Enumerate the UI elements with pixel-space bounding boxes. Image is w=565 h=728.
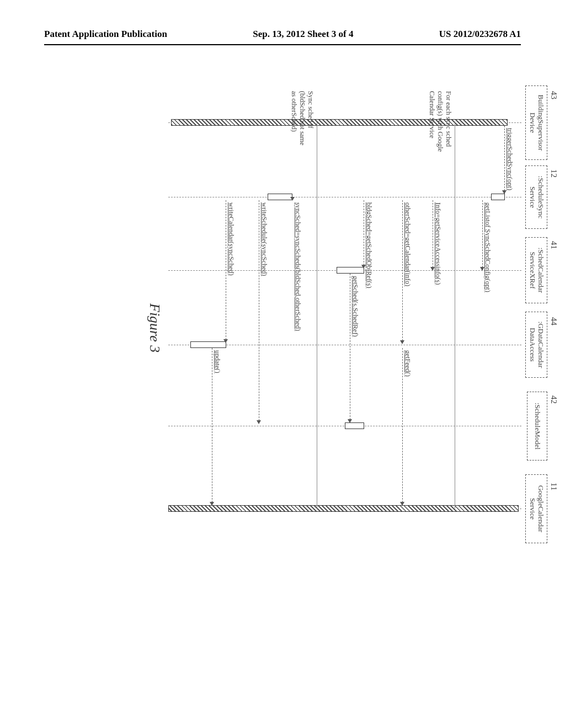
note-loop-1: For each sync sched config(s) with Googl… [428,91,452,152]
msg-label: getSched(s.SchedRef) [351,276,359,337]
activation-box [345,422,364,429]
msg-get-service-access: Info=getServiceAccessinfo(s) [433,200,433,270]
msg-get-feed: getFeed() [402,348,403,505]
lifeline-label: :GDataCalendar [537,322,545,368]
lifeline-label: Service [529,498,537,520]
msg-label: otherSched=getCalendar(info) [403,202,412,286]
lifeline-label: Service [529,186,537,208]
header-left: Patent Application Publication [44,29,167,40]
note-line: config(s) with Google [436,91,444,152]
msg-label: triggerSchedSync(opt) [505,128,514,190]
note-sync-cond: Sync sched if (bldSched not same as othe… [290,91,315,146]
msg-label: getListof SyncSchedConfig(opt) [483,202,492,292]
note-line: (bldSched not same [299,91,306,146]
msg-write-calendar: writeCalendar(syncSched) [226,200,226,342]
frame-divider [317,122,317,508]
ref-11: 11 [549,483,558,490]
msg-write-schedule: writeSchedule(syncSched) [259,200,259,424]
note-line: as otherSched) [290,91,298,132]
msg-label: writeSchedule(syncSched) [260,202,268,276]
lifeline-building-supervisor: BuildingSupervisor Device [525,85,547,160]
header-right: US 2012/0232678 A1 [439,29,521,40]
msg-label: syncSched=syncScheds(bldSched,otherSched… [294,202,302,331]
activation-building-supervisor [171,119,508,126]
msg-label: update() [213,350,221,373]
frame-divider [455,122,455,508]
figure-caption: Figure 3 [146,303,163,352]
lifeline-label: GoogleCalendar [537,485,545,532]
lifeline-label: Device [529,113,537,133]
activation-box [190,341,226,348]
lifeline-label: :ScheduleSync [537,176,545,218]
msg-label: bldgSched=getSchedObjRef(s) [365,202,373,288]
note-line: Sync sched if [307,91,315,128]
activation-box [337,267,364,274]
lifeline-label: :ScheduleModel [534,403,542,449]
msg-get-calendar: otherSched=getCalendar(info) [402,200,403,344]
msg-get-list-config: getListof SyncSchedConfig(opt) [482,200,483,270]
msg-trigger-sched-sync: triggerSchedSync(opt) [504,126,505,194]
lifeline-schedule-sync: :ScheduleSync Service [525,165,547,229]
ref-43: 43 [549,91,558,99]
ref-12: 12 [549,169,558,178]
lifeline-label: DataAccess [529,328,537,361]
msg-label: getFeed() [403,350,412,377]
lifeline-line [168,197,521,197]
msg-update: update() [212,348,212,505]
lifeline-sched-calendar-xref: :SchedCalendar ServiceXRef [525,237,547,303]
ref-42: 42 [549,395,558,404]
header-center: Sep. 13, 2012 Sheet 3 of 4 [253,29,353,40]
activation-box [491,194,505,200]
msg-label: Info=getServiceAccessinfo(s) [434,202,442,285]
lifeline-label: ServiceXRef [529,251,537,288]
msg-get-sched: getSched(s.SchedRef) [350,274,350,422]
lifeline-label: :SchedCalendar [537,248,545,293]
ref-44: 44 [549,317,558,325]
lifeline-google-calendar: GoogleCalendar Service [525,474,547,543]
lifeline-gdata-calendar: :GDataCalendar DataAccess [525,312,547,378]
lifeline-schedule-model: :ScheduleModel [527,392,547,461]
note-line: For each sync sched [445,91,452,147]
lifeline-label: BuildingSupervisor [537,95,545,151]
note-line: Calendar Service [428,91,436,138]
sequence-diagram: 43 BuildingSupervisor Device 12 :Schedul… [17,130,524,549]
ref-41: 41 [549,241,558,249]
msg-label: writeCalendar(syncSched) [227,202,235,276]
msg-get-sched-objref: bldgSched=getSchedObjRef(s) [364,200,364,268]
activation-google-calendar [168,505,519,512]
page-header: Patent Application Publication Sep. 13, … [0,29,565,40]
header-rule [44,44,521,45]
activation-box [268,194,292,200]
